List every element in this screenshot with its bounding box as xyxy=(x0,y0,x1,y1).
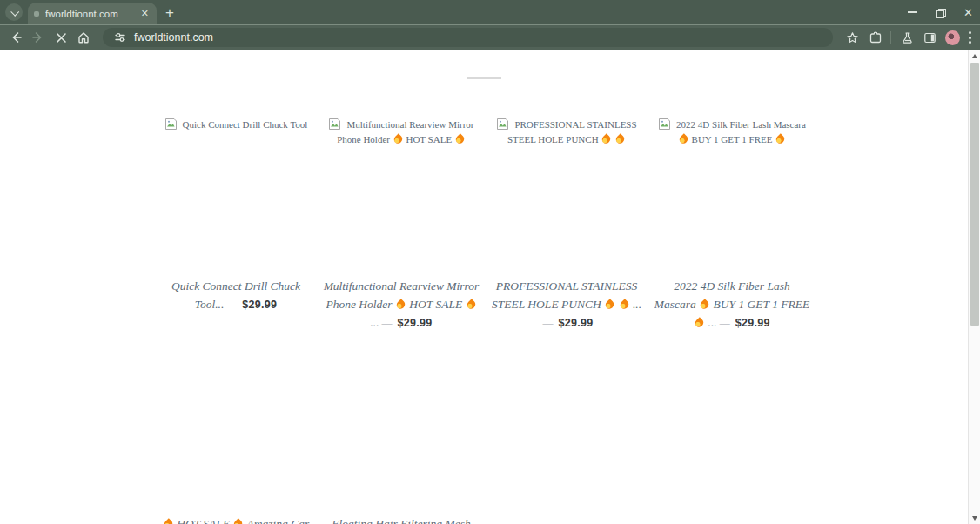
product-card: HOT SALE Amazing Car Phone Holder Foldab… xyxy=(153,355,319,524)
tab-close-icon[interactable]: ✕ xyxy=(139,7,151,20)
fire-emoji xyxy=(465,299,476,310)
address-bar[interactable]: fworldtionnt.com xyxy=(103,28,833,47)
menu-three-dots-icon[interactable] xyxy=(969,31,971,44)
product-card: 2022 4D Silk Fiber Lash Mascara BUY 1 GE… xyxy=(649,118,815,333)
broken-image-icon xyxy=(164,118,178,131)
extensions-icon[interactable] xyxy=(868,30,882,44)
title-price-dash: — xyxy=(542,316,553,329)
broken-image-icon xyxy=(496,118,509,131)
close-icon[interactable]: ✕ xyxy=(963,7,973,18)
product-price: $29.99 xyxy=(398,317,433,329)
fire-emoji xyxy=(678,133,689,144)
section-divider xyxy=(467,77,501,79)
image-alt-text: 2022 4D Silk Fiber Lash Mascara BUY 1 GE… xyxy=(676,119,806,144)
product-image-loading[interactable] xyxy=(157,355,315,512)
product-price: $29.99 xyxy=(242,299,277,311)
product-price: $29.99 xyxy=(735,317,770,329)
toolbar-separator xyxy=(890,31,891,44)
fire-emoji xyxy=(232,518,244,524)
favicon-icon xyxy=(34,11,39,17)
page-content: Quick Connect Drill Chuck Tool Quick Con… xyxy=(0,50,980,524)
url-text: fworldtionnt.com xyxy=(134,31,213,44)
product-card: Multifunctional Rearview Mirror Phone Ho… xyxy=(319,118,484,333)
broken-image-icon xyxy=(328,118,341,131)
product-image-broken[interactable]: 2022 4D Silk Fiber Lash Mascara BUY 1 GE… xyxy=(653,118,811,274)
bookmark-star-icon[interactable] xyxy=(845,30,859,44)
broken-image-icon xyxy=(658,118,671,131)
browser-toolbar: fworldtionnt.com xyxy=(0,24,980,50)
image-alt-text: PROFESSIONAL STAINLESS STEEL HOLE PUNCH xyxy=(507,119,637,144)
product-card: Floating Hair Filtering Mesh Removal...—… xyxy=(319,355,484,524)
product-title-link[interactable]: PROFESSIONAL STAINLESS STEEL HOLE PUNCH … xyxy=(492,279,641,311)
restore-icon[interactable] xyxy=(936,9,944,17)
minimize-icon[interactable] xyxy=(908,11,917,13)
tab-title: fworldtionnt.com xyxy=(45,9,133,19)
vertical-scrollbar[interactable] xyxy=(968,50,980,524)
product-price: $29.99 xyxy=(558,317,593,329)
fire-emoji xyxy=(601,133,612,144)
title-price-dash: — xyxy=(382,316,393,329)
scrollbar-thumb[interactable] xyxy=(970,63,979,326)
window-controls: ✕ xyxy=(908,0,973,24)
product-grid: Quick Connect Drill Chuck Tool Quick Con… xyxy=(0,118,968,524)
fire-emoji xyxy=(694,317,705,328)
forward-icon[interactable] xyxy=(31,30,45,44)
scroll-up-button[interactable] xyxy=(969,50,980,62)
triangle-down-icon xyxy=(972,516,977,521)
chevron-down-icon xyxy=(10,7,19,16)
scroll-down-button[interactable] xyxy=(969,512,980,524)
fire-emoji xyxy=(699,299,710,310)
profile-avatar[interactable] xyxy=(945,30,960,45)
fire-emoji xyxy=(163,518,174,524)
page-viewport: Quick Connect Drill Chuck Tool Quick Con… xyxy=(0,50,968,524)
product-title-link[interactable]: 2022 4D Silk Fiber Lash Mascara BUY 1 GE… xyxy=(654,279,810,329)
product-image-broken[interactable]: Quick Connect Drill Chuck Tool xyxy=(157,118,315,274)
fire-emoji xyxy=(392,133,403,144)
tab-search-button[interactable] xyxy=(5,3,23,21)
side-panel-icon[interactable] xyxy=(923,30,936,44)
fire-emoji xyxy=(775,133,786,144)
fire-emoji xyxy=(618,299,629,310)
product-title-link[interactable]: HOT SALE Amazing Car Phone Holder Foldab… xyxy=(163,517,309,524)
new-tab-button[interactable]: + xyxy=(165,5,174,20)
site-settings-icon[interactable] xyxy=(113,30,127,44)
triangle-up-icon xyxy=(972,54,977,58)
back-icon[interactable] xyxy=(9,30,23,44)
product-title-link[interactable]: Floating Hair Filtering Mesh Removal... xyxy=(332,517,470,524)
fire-emoji xyxy=(604,299,615,310)
home-icon[interactable] xyxy=(77,30,91,44)
stop-loading-icon[interactable] xyxy=(54,30,68,44)
tab-strip: fworldtionnt.com ✕ + ✕ xyxy=(0,0,980,24)
title-price-dash: — xyxy=(720,316,730,329)
fire-emoji xyxy=(454,133,466,144)
fire-emoji xyxy=(395,299,406,310)
image-alt-text: Multifunctional Rearview Mirror Phone Ho… xyxy=(337,119,473,144)
labs-flask-icon[interactable] xyxy=(900,30,914,44)
image-alt-text: Quick Connect Drill Chuck Tool xyxy=(183,119,308,130)
product-card: Quick Connect Drill Chuck Tool Quick Con… xyxy=(153,118,319,333)
title-price-dash: — xyxy=(226,298,237,311)
product-image-broken[interactable]: PROFESSIONAL STAINLESS STEEL HOLE PUNCH xyxy=(487,118,646,274)
browser-tab[interactable]: fworldtionnt.com ✕ xyxy=(28,3,157,24)
product-card: PROFESSIONAL STAINLESS STEEL HOLE PUNCH … xyxy=(484,118,649,333)
product-image-broken[interactable]: Multifunctional Rearview Mirror Phone Ho… xyxy=(322,118,480,274)
product-image-loading[interactable] xyxy=(322,355,480,512)
fire-emoji xyxy=(614,133,626,144)
